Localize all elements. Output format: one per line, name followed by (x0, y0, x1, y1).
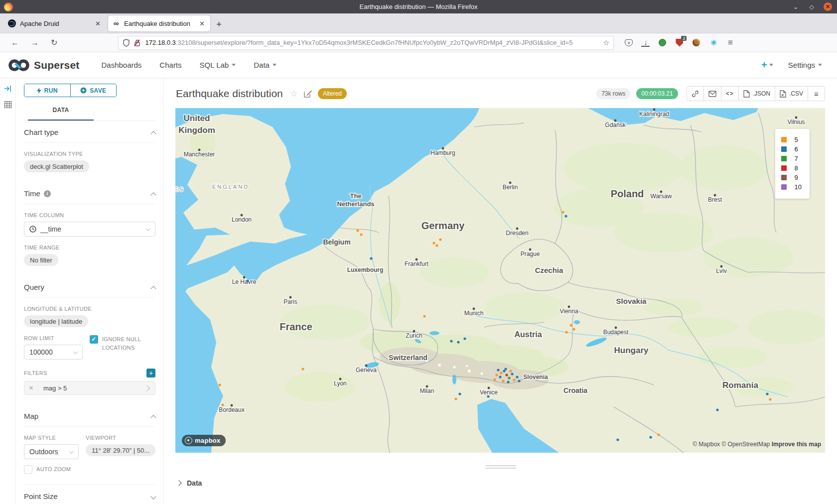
viz-type-value[interactable]: deck.gl Scatterplot (24, 160, 89, 172)
legend-item[interactable]: 10 (781, 183, 802, 191)
legend-swatch (781, 146, 787, 152)
nav-item-dashboards[interactable]: Dashboards (92, 61, 150, 69)
add-filter-button[interactable]: + (146, 369, 155, 378)
chevron-up-icon (150, 131, 156, 136)
run-button[interactable]: RUN (24, 84, 71, 97)
chart-menu-button[interactable]: ≡ (808, 86, 825, 101)
panel-resize-handle[interactable] (485, 464, 516, 470)
legend-item[interactable]: 9 (781, 174, 802, 181)
pocket-icon[interactable]: ∨ (625, 39, 633, 46)
ignore-null-checkbox[interactable]: ✓ (90, 335, 98, 344)
remove-filter-icon[interactable]: ✕ (24, 384, 38, 391)
new-tab-button[interactable]: + (211, 19, 227, 33)
city-label: Vienna (559, 308, 578, 315)
extension-badge: 2 (681, 36, 687, 41)
time-column-select[interactable]: __time (24, 222, 155, 237)
dataset-grid-icon[interactable] (4, 101, 12, 109)
section-map[interactable]: Map (24, 405, 155, 427)
country-label: Hungary (614, 346, 649, 355)
view-query-button[interactable]: <> (721, 86, 739, 101)
earthquake-point (649, 436, 652, 438)
tracking-shield-icon[interactable] (123, 39, 130, 47)
insecure-lock-icon[interactable] (134, 39, 141, 47)
superset-logo[interactable]: Superset (8, 58, 79, 72)
forward-button[interactable]: → (25, 38, 45, 47)
row-limit-select[interactable]: 100000 (24, 345, 83, 360)
country-label: Luxembourg (347, 266, 384, 273)
attribution-mapbox[interactable]: © Mapbox (693, 441, 720, 448)
data-panel-toggle[interactable]: Data (164, 470, 837, 496)
lonlat-value[interactable]: longitude | latitude (24, 315, 88, 327)
time-range-value[interactable]: No filter (24, 254, 58, 266)
earthquake-point (518, 379, 520, 382)
section-point-size[interactable]: Point Size (24, 485, 155, 504)
url-bar[interactable]: 172.18.0.3:32108/superset/explore/?form_… (118, 36, 614, 50)
save-button[interactable]: SAVE (71, 84, 117, 97)
browser-menu-icon[interactable]: ≡ (726, 38, 734, 47)
attribution-improve-link[interactable]: Improve this map (772, 441, 821, 448)
nav-item-sql-lab[interactable]: SQL Lab (191, 61, 245, 69)
filter-pill[interactable]: ✕ mag > 5 (24, 381, 155, 395)
url-text[interactable]: 172.18.0.3:32108/superset/explore/?form_… (145, 39, 600, 46)
earthquake-point (356, 229, 359, 232)
collapse-panel-icon[interactable] (4, 85, 12, 93)
country-label: ES (175, 186, 184, 192)
deckgl-map[interactable]: UnitedKingdomENGLANDESTheNetherlandsBelg… (175, 108, 825, 453)
earthquake-point (766, 392, 768, 395)
cookie-extension-icon[interactable] (692, 38, 700, 47)
country-label: Poland (611, 188, 644, 199)
attribution-osm[interactable]: © OpenStreetMap (721, 441, 770, 448)
chevron-right-icon (176, 480, 181, 486)
legend-item[interactable]: 8 (781, 164, 802, 172)
legend-item[interactable]: 7 (781, 155, 802, 162)
tab-data[interactable]: DATA (28, 107, 94, 121)
browser-tab[interactable]: ∞Earthquake distribution✕ (108, 15, 210, 31)
section-query[interactable]: Query (24, 276, 155, 298)
mapbox-logo[interactable]: mapbox (182, 435, 226, 446)
window-title: Earthquake distribution — Mozilla Firefo… (0, 3, 837, 10)
chevron-down-icon (69, 449, 74, 454)
bookmark-star-icon[interactable]: ☆ (600, 38, 609, 47)
reload-button[interactable]: ↻ (45, 38, 63, 47)
back-button[interactable]: ← (5, 38, 25, 47)
copy-link-button[interactable] (687, 86, 704, 101)
legend-item[interactable]: 6 (781, 145, 802, 153)
extension-asterisk-icon[interactable]: ✳ (709, 38, 717, 47)
window-close-button[interactable]: ✕ (824, 2, 832, 11)
section-time[interactable]: Time i (24, 182, 155, 204)
envelope-icon (708, 91, 716, 97)
auto-zoom-checkbox[interactable] (24, 465, 32, 474)
downloads-icon[interactable]: ↓ (641, 39, 650, 47)
legend-item[interactable]: 5 (781, 136, 802, 143)
nav-item-data[interactable]: Data (245, 61, 285, 69)
settings-menu[interactable]: Settings (788, 61, 822, 69)
window-minimize-button[interactable]: ⌄ (792, 3, 800, 10)
export-csv-button[interactable]: .CSV (775, 86, 808, 101)
add-new-button[interactable]: + (761, 59, 773, 71)
tab-close-icon[interactable]: ✕ (94, 20, 102, 27)
legend-label: 6 (795, 145, 798, 153)
privacy-badger-icon[interactable] (658, 38, 667, 47)
lonlat-label: LONGITUDE & LATITUDE (24, 306, 155, 312)
tab-close-icon[interactable]: ✕ (198, 20, 206, 27)
window-maximize-button[interactable]: ◇ (808, 3, 816, 10)
browser-tab[interactable]: Apache Druid✕ (4, 15, 106, 31)
nav-item-charts[interactable]: Charts (150, 61, 190, 69)
export-json-button[interactable]: .JSON (738, 86, 775, 101)
earthquake-point (569, 324, 572, 326)
ignore-null-label: IGNORE NULL LOCATIONS (102, 335, 155, 352)
city-label: Zurich (406, 332, 422, 339)
edit-properties-icon[interactable] (304, 90, 312, 98)
map-style-select[interactable]: Outdoors (24, 444, 79, 459)
viewport-value[interactable]: 11° 28' 29.70" | 50... (86, 444, 155, 456)
email-button[interactable] (703, 86, 721, 101)
ublock-icon[interactable]: 2 (675, 38, 684, 47)
earthquake-point (487, 395, 489, 397)
chevron-up-icon (150, 192, 156, 198)
earthquake-point (513, 378, 515, 381)
tab-title: Earthquake distribution (124, 20, 198, 27)
section-chart-type[interactable]: Chart type (24, 121, 155, 143)
altered-badge[interactable]: Altered (318, 88, 347, 99)
file-csv-icon (780, 90, 786, 98)
favorite-star-icon[interactable]: ☆ (290, 88, 298, 99)
